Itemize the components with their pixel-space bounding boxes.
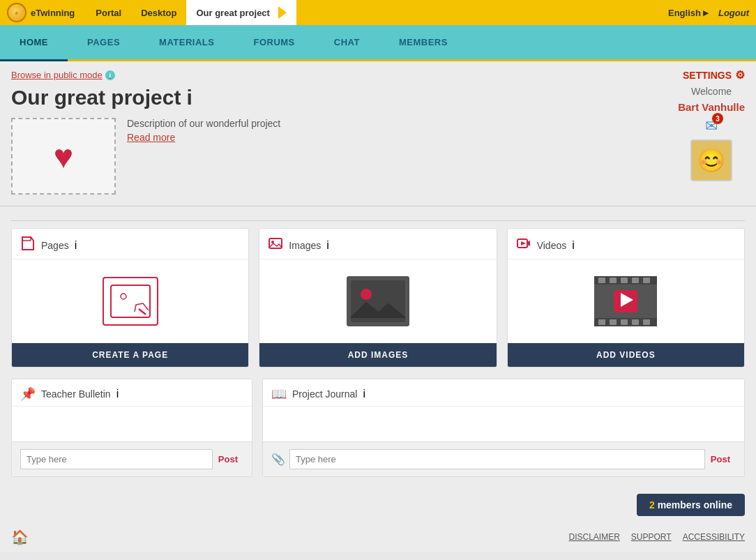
- nav-forums[interactable]: FORUMS: [234, 25, 314, 59]
- content: Browse in public mode i SETTINGS ⚙ Our g…: [0, 61, 756, 552]
- svg-rect-25: [643, 319, 650, 325]
- nav-pages[interactable]: PAGES: [68, 25, 139, 59]
- bulletin-icon: 📌: [20, 386, 36, 402]
- arrow-icon: [278, 6, 287, 19]
- project-description: Description of our wonderful project Rea…: [127, 118, 280, 143]
- journal-input[interactable]: [289, 449, 705, 469]
- settings-link[interactable]: SETTINGS ⚙: [683, 68, 745, 82]
- journal-info-icon[interactable]: i: [363, 388, 365, 400]
- project-header: Our great project i ♥ Description of our…: [0, 86, 756, 206]
- attachment-icon: 📎: [271, 453, 285, 466]
- add-videos-button[interactable]: ADD VIDEOS: [508, 343, 744, 367]
- bulletin-info-icon[interactable]: i: [116, 388, 119, 400]
- logout-button[interactable]: Logout: [718, 8, 749, 18]
- message-count: 3: [712, 113, 723, 124]
- top-bar: e eTwinning Portal Desktop Our great pro…: [0, 0, 756, 25]
- top-nav-portal[interactable]: Portal: [86, 0, 131, 25]
- svg-rect-22: [610, 319, 617, 325]
- bottom-grid: 📌 Teacher Bulletin i Post 📖 Project Jour…: [0, 379, 756, 488]
- support-link[interactable]: SUPPORT: [631, 532, 672, 542]
- pages-card-header: Pages i: [12, 229, 248, 259]
- bulletin-input[interactable]: [20, 449, 213, 469]
- top-nav-project[interactable]: Our great project: [186, 0, 296, 25]
- project-info-icon[interactable]: i: [186, 86, 192, 109]
- bulletin-body: [12, 407, 252, 441]
- bulletin-header: 📌 Teacher Bulletin i: [12, 379, 252, 407]
- project-content: ♥ Description of our wonderful project R…: [11, 118, 664, 195]
- page-footer: 🏠 DISCLAIMER SUPPORT ACCESSIBILITY: [0, 522, 756, 552]
- create-page-button[interactable]: CREATE A PAGE: [12, 343, 248, 367]
- settings-bar: Browse in public mode i SETTINGS ⚙: [0, 61, 756, 86]
- divider: [11, 220, 745, 221]
- videos-card: Videos i: [507, 228, 745, 368]
- svg-rect-21: [598, 319, 605, 325]
- logo-text: eTwinning: [31, 8, 75, 18]
- images-header-icon: [268, 236, 283, 255]
- pages-title: Pages: [41, 240, 69, 251]
- project-image: ♥: [11, 118, 116, 195]
- disclaimer-link[interactable]: DISCLAIMER: [568, 532, 619, 542]
- logo-icon: e: [7, 3, 27, 22]
- nav-members[interactable]: MEMBERS: [379, 25, 467, 59]
- journal-header: 📖 Project Journal i: [263, 379, 744, 407]
- project-title: Our great project i: [11, 86, 664, 109]
- videos-card-body: [508, 259, 744, 343]
- chevron-right-icon: ▶: [703, 9, 709, 17]
- members-online-bar: 2 members online: [0, 488, 756, 522]
- svg-marker-0: [22, 237, 33, 250]
- svg-rect-24: [632, 319, 639, 325]
- project-journal-card: 📖 Project Journal i 📎 Post: [262, 379, 745, 477]
- images-title: Images: [289, 240, 321, 251]
- user-info: Welcome Bart Vanhulle ✉ 3 😊: [664, 86, 745, 195]
- svg-rect-16: [598, 278, 605, 283]
- journal-post-button[interactable]: Post: [705, 454, 736, 464]
- teacher-bulletin-card: 📌 Teacher Bulletin i Post: [11, 379, 252, 477]
- image-placeholder-icon: [347, 276, 409, 326]
- journal-post-area: 📎 Post: [263, 441, 744, 476]
- nav-chat[interactable]: CHAT: [315, 25, 379, 59]
- bulletin-post-area: Post: [12, 441, 252, 476]
- images-card-body: [259, 259, 496, 343]
- bulletin-post-button[interactable]: Post: [213, 454, 243, 464]
- pages-card-body: [12, 259, 248, 343]
- images-info-icon[interactable]: i: [326, 239, 329, 252]
- video-placeholder-icon: [594, 276, 657, 326]
- pages-info-icon[interactable]: i: [75, 239, 77, 252]
- message-badge[interactable]: ✉ 3: [705, 117, 718, 135]
- videos-card-header: Videos i: [508, 229, 744, 259]
- read-more-link[interactable]: Read more: [127, 132, 280, 143]
- add-images-button[interactable]: ADD IMAGES: [259, 343, 496, 367]
- main-grid: Pages i CREATE A PAGE: [0, 228, 756, 379]
- svg-point-9: [361, 289, 372, 300]
- nav-home[interactable]: HOME: [0, 25, 68, 61]
- browse-info-icon[interactable]: i: [105, 70, 115, 80]
- project-info: Our great project i ♥ Description of our…: [11, 86, 664, 195]
- members-label: members online: [658, 499, 732, 510]
- journal-icon: 📖: [271, 386, 287, 402]
- pages-header-icon: [20, 236, 36, 255]
- pages-card: Pages i CREATE A PAGE: [11, 228, 249, 368]
- browse-public-link[interactable]: Browse in public mode i: [11, 70, 115, 80]
- page-placeholder-icon: [103, 277, 158, 326]
- logo[interactable]: e eTwinning: [7, 3, 75, 22]
- nav-materials[interactable]: MATERIALS: [139, 25, 234, 59]
- svg-rect-20: [643, 278, 650, 283]
- svg-rect-17: [610, 278, 617, 283]
- svg-point-4: [121, 294, 126, 299]
- accessibility-link[interactable]: ACCESSIBILITY: [683, 532, 745, 542]
- bulletin-title: Teacher Bulletin: [41, 388, 111, 400]
- journal-body: [263, 407, 744, 441]
- videos-info-icon[interactable]: i: [572, 239, 575, 252]
- language-selector[interactable]: English ▶: [668, 8, 709, 18]
- videos-title: Videos: [537, 240, 567, 251]
- home-icon[interactable]: 🏠: [11, 529, 29, 545]
- top-right: English ▶ Logout: [668, 8, 749, 18]
- members-count: 2: [649, 499, 655, 510]
- svg-rect-19: [632, 278, 639, 283]
- avatar: 😊: [690, 139, 732, 181]
- gear-icon: ⚙: [735, 68, 745, 82]
- svg-marker-12: [521, 241, 526, 245]
- top-nav-desktop[interactable]: Desktop: [131, 0, 186, 25]
- svg-rect-18: [621, 278, 628, 283]
- journal-title: Project Journal: [292, 388, 357, 400]
